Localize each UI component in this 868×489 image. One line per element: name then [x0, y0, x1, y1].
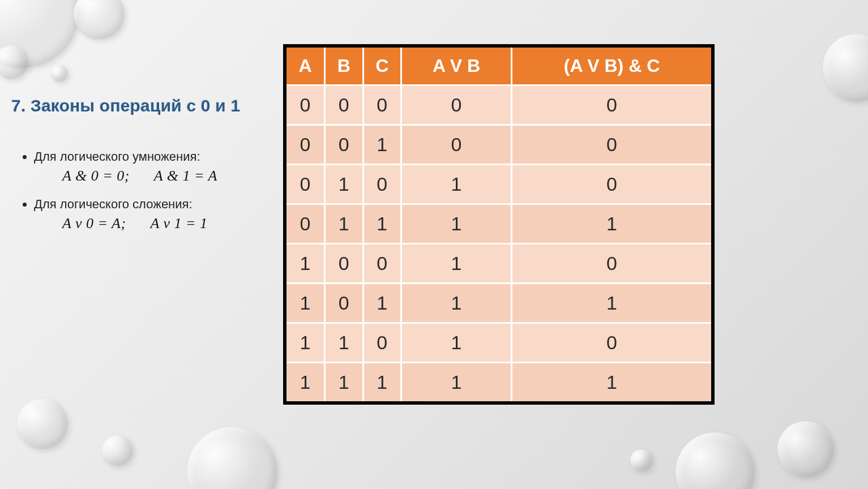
table-header-row: A B C A V B (A V B) & C: [287, 48, 711, 85]
table-cell: 1: [363, 204, 401, 244]
table-cell: 0: [401, 125, 512, 165]
droplet-icon: [823, 34, 868, 102]
rule-addition-formula: A v 0 = A; A v 1 = 1: [62, 215, 277, 232]
rules-list: Для логического умножения:: [11, 149, 277, 164]
table-cell: 1: [401, 284, 512, 323]
table-cell: 1: [287, 284, 325, 323]
table-header-cell: (A V B) & C: [512, 48, 712, 85]
table-row: 11111: [287, 363, 711, 402]
droplet-icon: [630, 449, 653, 472]
table-row: 11010: [287, 323, 711, 363]
rule-addition-label: Для логического сложения:: [34, 197, 277, 212]
table-cell: 0: [287, 204, 325, 244]
table-row: 00000: [287, 85, 711, 125]
table-cell: 1: [363, 363, 401, 402]
table-cell: 0: [363, 244, 401, 284]
droplet-icon: [51, 65, 68, 82]
table-cell: 1: [401, 363, 512, 402]
formula-part: A v 1 = 1: [151, 215, 208, 231]
table-cell: 0: [512, 165, 712, 204]
droplet-icon: [187, 427, 277, 489]
table-cell: 0: [512, 85, 712, 125]
table-cell: 1: [401, 323, 512, 363]
table-cell: 1: [363, 125, 401, 165]
table-cell: 0: [363, 85, 401, 125]
formula-part: A v 0 = A;: [62, 215, 126, 231]
table-cell: 1: [401, 204, 512, 244]
table-cell: 0: [287, 165, 325, 204]
table-cell: 1: [401, 165, 512, 204]
table-header-cell: A V B: [401, 48, 512, 85]
formula-part: A & 1 = A: [154, 168, 217, 184]
droplet-icon: [675, 432, 755, 489]
table-cell: 0: [325, 125, 364, 165]
table-cell: 1: [512, 363, 712, 402]
text-content: 7. Законы операций с 0 и 1 Для логическо…: [11, 96, 277, 244]
table-cell: 0: [287, 85, 325, 125]
table-cell: 0: [363, 165, 401, 204]
slide-heading: 7. Законы операций с 0 и 1: [11, 96, 277, 115]
table-row: 10111: [287, 284, 711, 323]
table-cell: 1: [325, 363, 364, 402]
table-header-cell: A: [287, 48, 325, 85]
rule-multiplication-formula: A & 0 = 0; A & 1 = A: [62, 168, 277, 185]
table-cell: 0: [325, 244, 364, 284]
rule-multiplication-label: Для логического умножения:: [34, 149, 277, 164]
table-header-cell: B: [325, 48, 364, 85]
table-cell: 1: [512, 284, 712, 323]
table-cell: 1: [287, 323, 325, 363]
table-row: 00100: [287, 125, 711, 165]
table-row: 10010: [287, 244, 711, 284]
droplet-icon: [17, 398, 68, 449]
table-cell: 1: [401, 244, 512, 284]
table-cell: 1: [325, 323, 364, 363]
droplet-icon: [777, 421, 834, 478]
table-cell: 0: [287, 125, 325, 165]
table-cell: 1: [325, 165, 364, 204]
table-cell: 1: [363, 284, 401, 323]
table-cell: 0: [363, 323, 401, 363]
table-cell: 1: [512, 204, 712, 244]
table-cell: 1: [287, 244, 325, 284]
table-row: 01111: [287, 204, 711, 244]
droplet-icon: [102, 435, 133, 466]
table-cell: 1: [325, 204, 364, 244]
table-cell: 1: [287, 363, 325, 402]
truth-table: A B C A V B (A V B) & C 0000000100010100…: [287, 48, 711, 401]
droplet-icon: [74, 0, 125, 40]
formula-part: A & 0 = 0;: [62, 168, 130, 184]
truth-table-container: A B C A V B (A V B) & C 0000000100010100…: [283, 44, 715, 405]
rules-list: Для логического сложения:: [11, 197, 277, 212]
table-header-cell: C: [363, 48, 401, 85]
table-cell: 0: [325, 284, 364, 323]
table-cell: 0: [512, 244, 712, 284]
table-row: 01010: [287, 165, 711, 204]
table-cell: 0: [325, 85, 364, 125]
table-cell: 0: [512, 125, 712, 165]
table-cell: 0: [401, 85, 512, 125]
table-cell: 0: [512, 323, 712, 363]
